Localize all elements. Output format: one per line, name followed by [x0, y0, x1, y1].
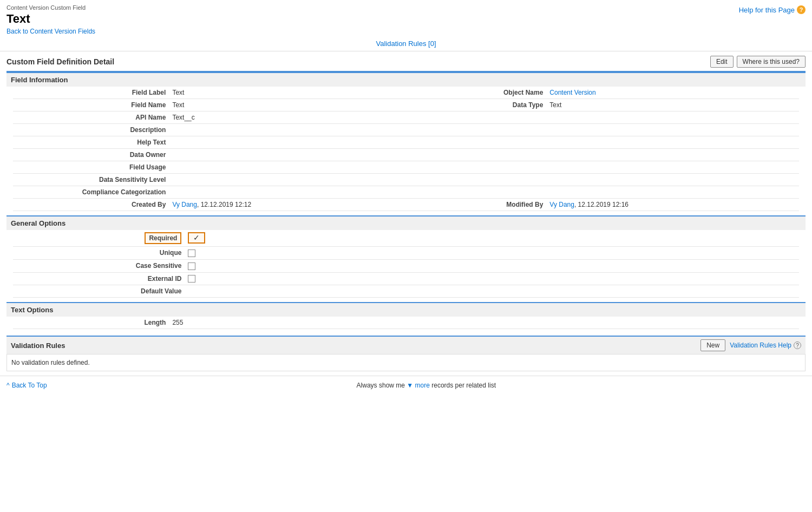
- external-id-checkbox: [188, 275, 195, 283]
- field-name-val: Text: [170, 99, 390, 111]
- validation-rules-section: Validation Rules New Validation Rules He…: [6, 336, 806, 371]
- general-options-heading: General Options: [6, 215, 806, 230]
- page-footer: ^ Back To Top Always show me ▼ more reco…: [0, 376, 812, 395]
- case-sensitive-checkbox: [188, 262, 195, 270]
- help-text-row: Help Text: [13, 136, 799, 149]
- where-is-this-used-button[interactable]: Where is this used?: [737, 56, 806, 68]
- help-text-val: [170, 136, 390, 149]
- unique-lbl: Unique: [13, 247, 186, 260]
- default-value-val: [186, 285, 799, 298]
- data-sensitivity-val: [170, 174, 390, 186]
- general-options-body: Required ✓ Unique Case Sensitive: [6, 230, 806, 298]
- description-row: Description: [13, 124, 799, 136]
- external-id-lbl: External ID: [13, 272, 186, 285]
- custom-field-detail-panel: Custom Field Definition Detail Edit Wher…: [6, 51, 806, 329]
- text-options-heading: Text Options: [6, 302, 806, 317]
- case-sensitive-lbl: Case Sensitive: [13, 259, 186, 272]
- case-sensitive-val: [186, 259, 799, 272]
- required-label-text: Required: [145, 232, 181, 244]
- unique-val: [186, 247, 799, 260]
- api-name-right-val: [547, 111, 799, 124]
- field-usage-lbl: Field Usage: [13, 161, 170, 174]
- validation-rules-header: Validation Rules New Validation Rules He…: [6, 336, 806, 354]
- description-val: [170, 124, 390, 136]
- field-usage-row: Field Usage: [13, 161, 799, 174]
- detail-header-title: Custom Field Definition Detail: [6, 57, 710, 66]
- help-for-page-link[interactable]: Help for this Page ?: [739, 5, 806, 14]
- more-link[interactable]: more: [415, 382, 430, 389]
- description-lbl: Description: [13, 124, 170, 136]
- records-text: records per related list: [431, 382, 496, 389]
- dropdown-triangle-icon: ▼: [407, 382, 413, 389]
- field-name-lbl: Field Name: [13, 99, 170, 111]
- api-name-lbl: API Name: [13, 111, 170, 124]
- data-owner-lbl: Data Owner: [13, 149, 170, 161]
- validation-rules-top-link-container: Validation Rules [0]: [0, 35, 812, 51]
- field-usage-val: [170, 161, 390, 174]
- compliance-val: [170, 186, 390, 199]
- api-name-val: Text__c: [170, 111, 390, 124]
- field-information-heading: Field Information: [6, 72, 806, 87]
- data-sensitivity-row: Data Sensitivity Level: [13, 174, 799, 186]
- object-name-link[interactable]: Content Version: [549, 89, 595, 96]
- required-val: ✓: [186, 230, 799, 247]
- created-by-link[interactable]: Vy Dang: [172, 201, 197, 208]
- data-type-lbl: Data Type: [390, 99, 547, 111]
- text-options-table: Length 255: [13, 317, 799, 329]
- new-validation-rule-button[interactable]: New: [700, 339, 725, 351]
- validation-rules-help-text: Validation Rules Help: [730, 342, 791, 349]
- help-link-text: Help for this Page: [739, 6, 795, 14]
- data-owner-row: Data Owner: [13, 149, 799, 161]
- api-name-row: API Name Text__c: [13, 111, 799, 124]
- created-by-date: , 12.12.2019 12:12: [197, 201, 251, 208]
- external-id-val: [186, 272, 799, 285]
- page-header: Content Version Custom Field Text Back t…: [0, 0, 812, 35]
- length-val: 255: [170, 317, 390, 329]
- field-label-lbl: Field Label: [13, 87, 170, 99]
- default-value-lbl: Default Value: [13, 285, 186, 298]
- default-value-row: Default Value: [13, 285, 799, 298]
- required-row: Required ✓: [13, 230, 799, 247]
- object-name-lbl: Object Name: [390, 87, 547, 99]
- required-checkmark: ✓: [193, 233, 200, 242]
- created-by-row: Created By Vy Dang, 12.12.2019 12:12 Mod…: [13, 199, 799, 211]
- unique-row: Unique: [13, 247, 799, 260]
- validation-rules-title: Validation Rules: [11, 342, 700, 350]
- modified-by-val: Vy Dang, 12.12.2019 12:16: [547, 199, 799, 211]
- validation-rules-help-link[interactable]: Validation Rules Help ?: [730, 342, 801, 349]
- compliance-row: Compliance Categorization: [13, 186, 799, 199]
- validation-help-icon: ?: [794, 342, 801, 349]
- api-name-right-lbl: [390, 111, 547, 124]
- field-name-row: Field Name Text Data Type Text: [13, 99, 799, 111]
- modified-by-link[interactable]: Vy Dang: [549, 201, 574, 208]
- field-label-val: Text: [170, 87, 390, 99]
- field-label-row: Field Label Text Object Name Content Ver…: [13, 87, 799, 99]
- detail-header-buttons: Edit Where is this used?: [710, 56, 806, 68]
- created-by-lbl: Created By: [13, 199, 170, 211]
- compliance-lbl: Compliance Categorization: [13, 186, 170, 199]
- length-row: Length 255: [13, 317, 799, 329]
- unique-checkbox: [188, 250, 195, 257]
- edit-button[interactable]: Edit: [710, 56, 734, 68]
- page-title: Text: [6, 12, 806, 26]
- external-id-row: External ID: [13, 272, 799, 285]
- data-type-val: Text: [547, 99, 799, 111]
- back-to-top-link[interactable]: ^ Back To Top: [6, 382, 47, 389]
- length-lbl: Length: [13, 317, 170, 329]
- validation-header-right: New Validation Rules Help ?: [700, 339, 801, 351]
- back-to-content-version-link[interactable]: Back to Content Version Fields: [6, 28, 806, 35]
- help-icon: ?: [797, 5, 806, 14]
- always-show-text: Always show me: [357, 382, 405, 389]
- object-name-val: Content Version: [547, 87, 799, 99]
- validation-rules-top-link[interactable]: Validation Rules [0]: [376, 40, 436, 48]
- required-lbl: Required: [13, 230, 186, 247]
- breadcrumb: Content Version Custom Field: [6, 4, 806, 11]
- detail-header: Custom Field Definition Detail Edit Wher…: [6, 51, 806, 72]
- no-validation-rules-text: No validation rules defined.: [6, 354, 806, 371]
- field-information-body: Field Label Text Object Name Content Ver…: [6, 87, 806, 211]
- field-information-table: Field Label Text Object Name Content Ver…: [13, 87, 799, 211]
- general-options-table: Required ✓ Unique Case Sensitive: [13, 230, 799, 298]
- created-by-val: Vy Dang, 12.12.2019 12:12: [170, 199, 390, 211]
- case-sensitive-row: Case Sensitive: [13, 259, 799, 272]
- caret-up-icon: ^: [6, 382, 10, 389]
